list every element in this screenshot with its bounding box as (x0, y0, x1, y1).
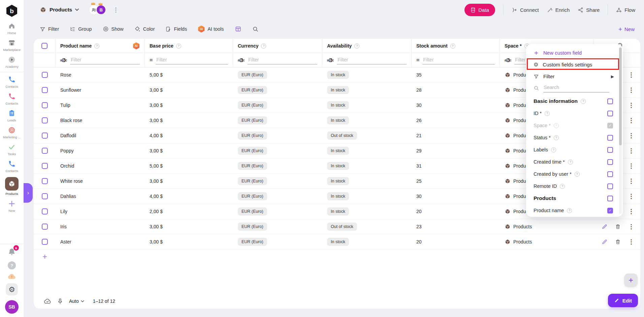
currency-badge[interactable]: EUR (Euro) (238, 192, 267, 200)
fields-button[interactable]: Fields (165, 26, 187, 32)
currency-badge[interactable]: EUR (Euro) (238, 223, 267, 231)
more-menu-button[interactable]: ⋮ (113, 6, 119, 13)
availability-badge[interactable]: In stock (327, 86, 349, 94)
stock-amount-cell[interactable]: 31 (412, 163, 500, 169)
panel-field-item[interactable]: Basic information ? (526, 95, 623, 107)
collaborator-avatars[interactable]: B (89, 5, 106, 15)
panel-field-item[interactable]: Created time * ? (526, 156, 623, 168)
column-header-currency[interactable]: Currency ? (233, 39, 322, 53)
sidebar-item-contacts-2[interactable]: Contacts (0, 90, 24, 107)
row-menu-button[interactable]: ⋮ (628, 208, 634, 214)
availability-badge[interactable]: In stock (327, 207, 349, 215)
availability-badge[interactable]: Out of stock (327, 223, 357, 231)
panel-field-item[interactable]: Space * ? ✓ (526, 119, 623, 132)
row-checkbox[interactable] (42, 133, 48, 139)
notifications-button[interactable]: 6 (7, 248, 16, 256)
row-checkbox[interactable] (42, 117, 48, 123)
add-row-button[interactable]: + (42, 253, 47, 261)
base-price-cell[interactable]: 3,00 $ (145, 118, 233, 123)
currency-badge[interactable]: EUR (Euro) (238, 238, 267, 246)
panel-field-checkbox[interactable] (607, 111, 613, 116)
row-checkbox[interactable] (42, 224, 48, 230)
stock-amount-cell[interactable]: 28 (412, 87, 500, 93)
custom-fields-settings-button[interactable]: ⚙ Custom fields settings (526, 59, 623, 70)
product-name-cell[interactable]: Rose (56, 72, 145, 78)
availability-badge[interactable]: In stock (327, 147, 349, 155)
product-name-cell[interactable]: Poppy (56, 148, 145, 153)
sidebar-item-marketing[interactable]: Marketing ... (0, 124, 24, 141)
stock-amount-cell[interactable]: 25 (412, 178, 500, 184)
connect-button[interactable]: Connect (512, 7, 539, 13)
base-price-cell[interactable]: 3,00 $ (145, 224, 233, 229)
panel-field-item[interactable]: ID * ? (526, 107, 623, 119)
row-menu-button[interactable]: ⋮ (628, 87, 634, 93)
base-price-cell[interactable]: 3,00 $ (145, 103, 233, 108)
panel-field-checkbox[interactable]: ✓ (607, 123, 613, 128)
product-name-cell[interactable]: Lily (56, 209, 145, 214)
row-checkbox[interactable] (42, 193, 48, 199)
panel-search-input[interactable] (543, 84, 609, 92)
panel-field-checkbox[interactable] (607, 183, 613, 189)
color-button[interactable]: Color (134, 26, 155, 32)
base-price-cell[interactable]: 4,00 $ (145, 133, 233, 138)
sidebar-item-marketplace[interactable]: Marketplace (0, 37, 24, 54)
settings-button[interactable]: ⚙ (6, 283, 18, 295)
help-button[interactable]: ? (8, 261, 16, 269)
base-price-cell[interactable]: 4,00 $ (145, 194, 233, 199)
base-price-cell[interactable]: 3,00 $ (145, 178, 233, 184)
space-cell[interactable]: Products (500, 224, 593, 230)
delete-row-trash-icon[interactable] (615, 239, 621, 245)
data-button[interactable]: Data (464, 4, 495, 16)
base-price-cell[interactable]: 5,00 $ (145, 163, 233, 169)
select-all-checkbox[interactable] (41, 43, 47, 49)
stock-amount-cell[interactable]: 35 (412, 72, 500, 78)
base-price-cell[interactable]: 2,00 $ (145, 209, 233, 214)
new-custom-field-button[interactable]: New custom field (526, 47, 623, 59)
panel-filter-button[interactable]: Filter ▶ (526, 70, 623, 82)
product-name-cell[interactable]: Iris (56, 224, 145, 229)
base-price-cell[interactable]: 3,00 $ (145, 87, 233, 93)
add-record-fab[interactable]: + (624, 273, 638, 287)
product-name-cell[interactable]: Tulip (56, 103, 145, 108)
panel-field-item[interactable]: Status * ? (526, 132, 623, 144)
row-checkbox[interactable] (42, 208, 48, 214)
currency-badge[interactable]: EUR (Euro) (238, 101, 267, 109)
availability-badge[interactable]: In stock (327, 192, 349, 200)
availability-badge[interactable]: In stock (327, 177, 349, 185)
product-name-cell[interactable]: Sunflower (56, 87, 145, 93)
panel-field-checkbox[interactable] (607, 159, 613, 165)
flow-button[interactable]: Flow (616, 7, 635, 13)
sidebar-item-academy[interactable]: Academy (0, 54, 24, 70)
currency-badge[interactable]: EUR (Euro) (238, 162, 267, 170)
row-checkbox[interactable] (42, 87, 48, 93)
edit-row-pencil-icon[interactable] (602, 224, 608, 230)
delete-row-trash-icon[interactable] (615, 224, 621, 230)
sidebar-item-products[interactable]: Products (0, 175, 24, 198)
column-header-availability[interactable]: Availability ? (322, 39, 412, 53)
edit-row-pencil-icon[interactable] (602, 239, 608, 245)
row-checkbox[interactable] (42, 148, 48, 154)
ai-tools-button[interactable]: AI AI tools (198, 26, 224, 33)
stock-amount-cell[interactable]: 26 (412, 118, 500, 123)
new-record-button[interactable]: + New (618, 21, 635, 37)
stock-amount-cell[interactable]: 20 (412, 239, 500, 244)
space-cell[interactable]: Products (500, 239, 593, 245)
user-avatar[interactable]: SB (5, 300, 19, 314)
sidebar-item-home[interactable]: Home (0, 20, 24, 37)
row-menu-button[interactable]: ⋮ (628, 102, 634, 108)
row-checkbox[interactable] (42, 163, 48, 169)
currency-badge[interactable]: EUR (Euro) (238, 177, 267, 185)
sidebar-expand-button[interactable]: › (24, 183, 33, 203)
enrich-button[interactable]: Enrich (547, 7, 570, 13)
sidebar-item-leads[interactable]: Leads (0, 107, 24, 124)
currency-badge[interactable]: EUR (Euro) (238, 207, 267, 215)
panel-field-item[interactable]: Products ? (526, 192, 623, 204)
availability-filter-input[interactable] (337, 56, 407, 64)
row-menu-button[interactable]: ⋮ (628, 148, 634, 154)
row-checkbox[interactable] (42, 178, 48, 184)
row-menu-button[interactable]: ⋮ (628, 178, 634, 184)
row-checkbox[interactable] (42, 72, 48, 78)
stock-amount-cell[interactable]: 30 (412, 194, 500, 199)
sidebar-item-contacts-3[interactable]: Contacts (0, 158, 24, 175)
sidebar-item-tasks[interactable]: Tasks (0, 141, 24, 158)
